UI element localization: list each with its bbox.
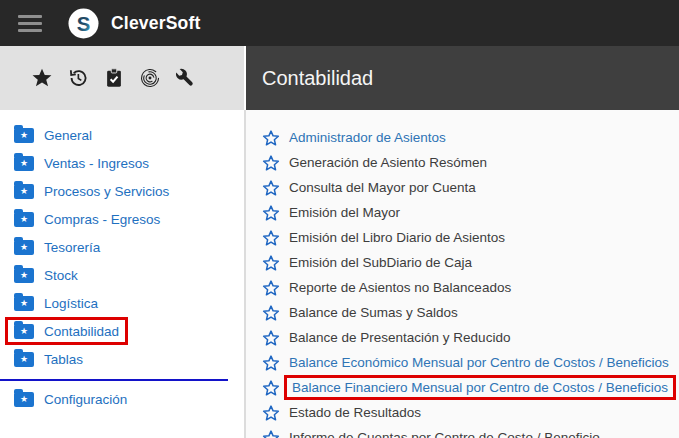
sidebar-category-label: Stock	[44, 268, 78, 283]
folder-star-icon: ★	[14, 296, 34, 311]
menu-entry[interactable]: Emisión del Mayor	[262, 200, 679, 225]
history-icon[interactable]	[66, 66, 90, 90]
menu-entry-label: Consulta del Mayor por Cuenta	[289, 180, 476, 195]
main-menu-list: Administrador de Asientos Generación de …	[246, 110, 679, 438]
folder-star-icon: ★	[14, 240, 34, 255]
favorite-star-icon[interactable]	[262, 329, 280, 347]
sidebar-category-label: Compras - Egresos	[44, 212, 160, 227]
sidebar-footer-list: ★ Configuración	[5, 385, 244, 413]
favorite-star-icon[interactable]	[262, 279, 280, 297]
sidebar-category-item[interactable]: ★ Contabilidad	[5, 317, 128, 345]
menu-entry-label: Reporte de Asientos no Balanceados	[289, 280, 511, 295]
menu-entry-label: Administrador de Asientos	[289, 130, 446, 145]
sidebar-category-item[interactable]: ★ Compras - Egresos	[5, 205, 169, 233]
menu-entry-label: Emisión del SubDiario de Caja	[289, 255, 472, 270]
tools-wrench-icon[interactable]	[174, 66, 198, 90]
menu-entry[interactable]: Administrador de Asientos	[262, 125, 679, 150]
sidebar-nav: ★ General ★ Ventas - Ingresos ★ Procesos…	[0, 110, 244, 438]
app-window: S CleverSoft	[0, 0, 679, 438]
folder-star-icon: ★	[14, 184, 34, 199]
menu-entry[interactable]: Estado de Resultados	[262, 400, 679, 425]
favorite-star-icon[interactable]	[262, 179, 280, 197]
sidebar-category-label: Configuración	[44, 392, 127, 407]
favorite-star-icon[interactable]	[262, 204, 280, 222]
sidebar-divider	[0, 379, 228, 381]
menu-entry[interactable]: Balance de Presentación y Reducido	[262, 325, 679, 350]
sidebar-category-label: General	[44, 128, 92, 143]
menu-entry-label: Balance Económico Mensual por Centro de …	[289, 355, 669, 370]
favorite-star-icon[interactable]	[262, 154, 280, 172]
folder-star-icon: ★	[14, 128, 34, 143]
sidebar-category-label: Contabilidad	[44, 324, 119, 339]
menu-entry[interactable]: Generación de Asiento Resómen	[262, 150, 679, 175]
favorite-star-icon[interactable]	[262, 304, 280, 322]
folder-star-icon: ★	[14, 212, 34, 227]
menu-entry-label: Generación de Asiento Resómen	[289, 155, 487, 170]
sidebar-category-item[interactable]: ★ Stock	[5, 261, 87, 289]
favorite-star-icon[interactable]	[262, 379, 280, 397]
menu-entry-label: Informe de Cuentas por Centro de Costo /…	[289, 430, 600, 438]
sidebar-category-item[interactable]: ★ Tablas	[5, 345, 92, 373]
folder-star-icon: ★	[14, 392, 34, 407]
favorite-star-icon[interactable]	[262, 229, 280, 247]
folder-star-icon: ★	[14, 324, 34, 339]
sidebar-category-list: ★ General ★ Ventas - Ingresos ★ Procesos…	[5, 121, 244, 373]
sidebar-category-item[interactable]: ★ Configuración	[5, 385, 136, 413]
menu-entry[interactable]: Balance Financiero Mensual por Centro de…	[262, 375, 679, 400]
fingerprint-icon[interactable]	[138, 66, 162, 90]
menu-entry-label: Emisión del Libro Diario de Asientos	[289, 230, 505, 245]
sidebar-category-item[interactable]: ★ Tesorería	[5, 233, 109, 261]
folder-star-icon: ★	[14, 268, 34, 283]
menu-entry-label: Balance Financiero Mensual por Centro de…	[284, 375, 676, 400]
favorite-star-icon[interactable]	[262, 429, 280, 438]
sidebar-category-label: Procesos y Servicios	[44, 184, 169, 199]
main-panel-header: Contabilidad	[246, 46, 679, 110]
folder-star-icon: ★	[14, 352, 34, 367]
menu-entry-label: Emisión del Mayor	[289, 205, 400, 220]
menu-entry[interactable]: Balance de Sumas y Saldos	[262, 300, 679, 325]
topbar: S CleverSoft	[0, 0, 679, 46]
hamburger-menu-icon[interactable]	[18, 15, 42, 32]
favorite-star-icon[interactable]	[262, 354, 280, 372]
sidebar-category-item[interactable]: ★ Logística	[5, 289, 107, 317]
sidebar-category-label: Ventas - Ingresos	[44, 156, 149, 171]
menu-entry-label: Estado de Resultados	[289, 405, 421, 420]
favorite-star-icon[interactable]	[262, 404, 280, 422]
menu-entry-label: Balance de Sumas y Saldos	[289, 305, 458, 320]
app-title: CleverSoft	[111, 13, 201, 34]
menu-entry-label: Balance de Presentación y Reducido	[289, 330, 510, 345]
folder-star-icon: ★	[14, 156, 34, 171]
favorite-star-icon[interactable]	[262, 129, 280, 147]
clipboard-check-icon[interactable]	[102, 66, 126, 90]
menu-entry[interactable]: Emisión del Libro Diario de Asientos	[262, 225, 679, 250]
favorites-star-icon[interactable]	[30, 66, 54, 90]
sidebar-category-item[interactable]: ★ Ventas - Ingresos	[5, 149, 158, 177]
menu-entry[interactable]: Balance Económico Mensual por Centro de …	[262, 350, 679, 375]
menu-entry[interactable]: Consulta del Mayor por Cuenta	[262, 175, 679, 200]
sidebar-category-item[interactable]: ★ General	[5, 121, 101, 149]
menu-entry[interactable]: Informe de Cuentas por Centro de Costo /…	[262, 425, 679, 438]
sidebar-category-item[interactable]: ★ Procesos y Servicios	[5, 177, 178, 205]
sidebar-category-label: Logística	[44, 296, 98, 311]
brand: S CleverSoft	[68, 8, 201, 39]
favorite-star-icon[interactable]	[262, 254, 280, 272]
sidebar-category-label: Tesorería	[44, 240, 100, 255]
page-title: Contabilidad	[262, 67, 373, 90]
menu-entry[interactable]: Reporte de Asientos no Balanceados	[262, 275, 679, 300]
svg-text:S: S	[77, 12, 91, 34]
sidebar-category-label: Tablas	[44, 352, 83, 367]
menu-entry[interactable]: Emisión del SubDiario de Caja	[262, 250, 679, 275]
sidebar-toolbar	[0, 46, 244, 110]
cleversoft-logo-icon: S	[68, 8, 99, 39]
